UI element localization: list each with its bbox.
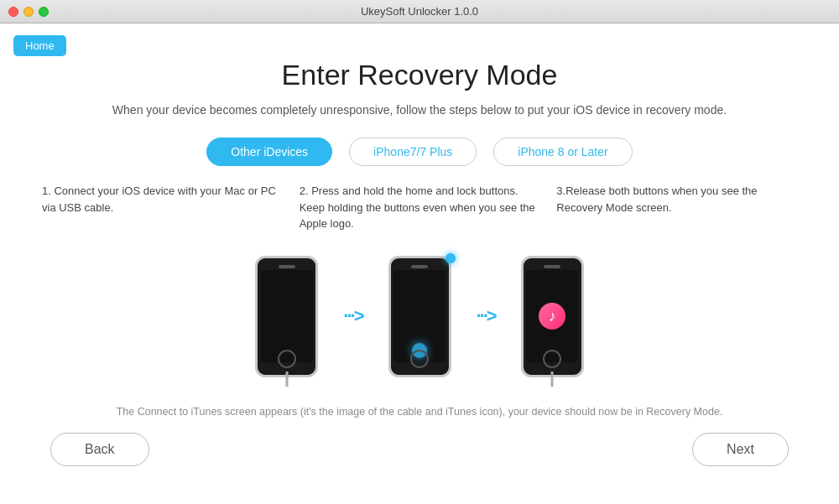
main-content: Home Enter Recovery Mode When your devic… bbox=[0, 23, 839, 504]
traffic-lights bbox=[8, 7, 49, 17]
usb-cable-3 bbox=[551, 372, 554, 387]
iphone-1 bbox=[255, 256, 318, 377]
phone-3: ♪ bbox=[521, 256, 584, 377]
usb-cable-1 bbox=[285, 372, 288, 387]
phones-illustration: ···> ···> ♪ bbox=[42, 239, 797, 394]
titlebar: UkeySoft Unlocker 1.0.0 bbox=[0, 0, 839, 23]
window-title: UkeySoft Unlocker 1.0.0 bbox=[361, 5, 478, 18]
bottom-notice: The Connect to iTunes screen appears (it… bbox=[42, 406, 797, 418]
itunes-icon: ♪ bbox=[539, 303, 565, 330]
blue-button-bottom bbox=[412, 343, 427, 358]
home-button[interactable]: Home bbox=[13, 35, 66, 56]
iphone-2 bbox=[388, 256, 451, 377]
iphone-3: ♪ bbox=[521, 256, 584, 377]
page-subtitle: When your device becomes completely unre… bbox=[42, 101, 797, 119]
phone-1 bbox=[255, 256, 318, 377]
nav-buttons: Back Next bbox=[42, 433, 797, 466]
minimize-button[interactable] bbox=[23, 7, 34, 17]
phone-2 bbox=[388, 256, 451, 377]
iphone-1-screen bbox=[261, 270, 313, 362]
maximize-button[interactable] bbox=[39, 7, 49, 17]
blue-button-top bbox=[446, 253, 456, 263]
step-2-text: 2. Press and hold the home and lock butt… bbox=[300, 183, 540, 232]
step-1-text: 1. Connect your iOS device with your Mac… bbox=[42, 183, 283, 232]
arrow-1: ···> bbox=[343, 305, 362, 327]
tab-iphone7[interactable]: iPhone7/7 Plus bbox=[349, 138, 477, 166]
arrow-2: ···> bbox=[477, 305, 496, 327]
next-button[interactable]: Next bbox=[692, 433, 789, 466]
tab-group: Other iDevices iPhone7/7 Plus iPhone 8 o… bbox=[42, 138, 797, 166]
tab-iphone8[interactable]: iPhone 8 or Later bbox=[493, 138, 632, 166]
steps-text-row: 1. Connect your iOS device with your Mac… bbox=[42, 183, 797, 232]
back-button[interactable]: Back bbox=[50, 433, 149, 466]
tab-other-idevices[interactable]: Other iDevices bbox=[206, 138, 332, 166]
step-3-text: 3.Release both buttons when you see the … bbox=[556, 183, 797, 232]
close-button[interactable] bbox=[8, 7, 18, 17]
page-title: Enter Recovery Mode bbox=[42, 23, 797, 91]
iphone-3-screen: ♪ bbox=[526, 270, 578, 362]
